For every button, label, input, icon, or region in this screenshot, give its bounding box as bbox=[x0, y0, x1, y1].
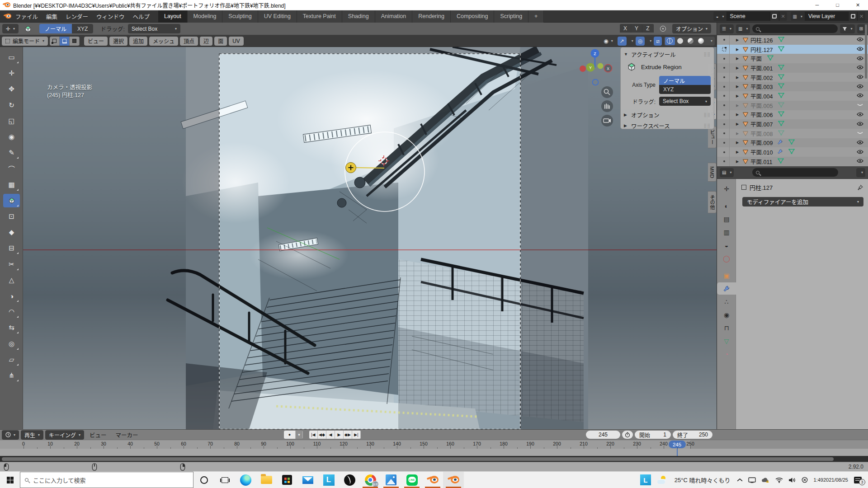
mirror-z-toggle[interactable]: Z bbox=[642, 24, 654, 33]
properties-tab-view-layer[interactable]: ▥ bbox=[717, 226, 736, 238]
outliner-search[interactable] bbox=[752, 24, 837, 33]
visibility-eye-icon[interactable] bbox=[857, 56, 863, 62]
tool-inset-faces[interactable]: ⊡ bbox=[3, 210, 20, 223]
new-collection-button[interactable]: ⊞ bbox=[857, 24, 865, 33]
outliner-filter-mode[interactable]: ▥▾ bbox=[736, 24, 750, 33]
taskbar-app-blender-active[interactable] bbox=[443, 472, 464, 488]
timeline-track[interactable] bbox=[0, 449, 868, 456]
outliner-item[interactable]: ▶平面.005 bbox=[717, 101, 868, 110]
auto-key-dropdown[interactable]: ▾ bbox=[296, 431, 303, 439]
menu-レンダー[interactable]: レンダー bbox=[61, 10, 92, 23]
tool-knife[interactable]: ✂ bbox=[3, 258, 20, 271]
play-button[interactable]: ▶ bbox=[335, 431, 344, 439]
taskbar-app-blender[interactable] bbox=[422, 472, 443, 488]
current-frame-field[interactable]: 245 bbox=[586, 431, 620, 439]
viewport-menu-面[interactable]: 面 bbox=[214, 37, 227, 46]
tool-loop-cut[interactable]: ⊟ bbox=[3, 241, 20, 255]
taskbar-app-lapp[interactable]: L bbox=[318, 472, 339, 488]
tool-spin[interactable]: ◑ bbox=[3, 289, 20, 303]
auto-key-button[interactable]: ● bbox=[284, 431, 296, 439]
outliner-item[interactable]: ▶平面.008 bbox=[717, 129, 868, 138]
taskbar-app-store[interactable] bbox=[277, 472, 297, 488]
timeline-scroll-thumb[interactable] bbox=[2, 457, 834, 461]
visibility-eye-icon[interactable] bbox=[857, 74, 863, 80]
jump-end-button[interactable]: ▶| bbox=[352, 431, 361, 439]
workspace-tab-modeling[interactable]: Modeling bbox=[188, 10, 223, 23]
outliner-item[interactable]: ▶円柱.126 bbox=[717, 35, 868, 45]
visibility-eye-icon[interactable] bbox=[857, 84, 863, 90]
hide-eye-icon[interactable] bbox=[857, 102, 863, 108]
shading-rendered-button[interactable] bbox=[696, 37, 706, 45]
weather-icon[interactable] bbox=[654, 472, 671, 488]
options-dropdown[interactable]: オプション▾ bbox=[672, 24, 711, 33]
add-modifier-button[interactable]: モディファイアーを追加▾ bbox=[742, 197, 863, 206]
use-preview-range-button[interactable] bbox=[622, 431, 633, 439]
playback-menu[interactable]: 再生▾ bbox=[21, 430, 43, 440]
timeline-view-menu[interactable]: ビュー bbox=[86, 431, 110, 439]
tool-select-box[interactable]: ▭ bbox=[3, 51, 20, 64]
tool-edge-slide[interactable]: ⇆ bbox=[3, 321, 20, 334]
panel-header[interactable]: ▼ アクティブツール ⣿⣿ bbox=[624, 50, 711, 59]
workspace-section[interactable]: ▶ワークスペース⣿⣿ bbox=[624, 121, 711, 130]
outliner-item[interactable]: ▶平面.009 bbox=[717, 138, 868, 148]
workspace-tab-uv-editing[interactable]: UV Editing bbox=[258, 10, 297, 23]
visibility-eye-icon[interactable] bbox=[857, 37, 863, 43]
orientation-xyz[interactable]: XYZ bbox=[72, 24, 93, 33]
taskbar-app-xbox[interactable] bbox=[339, 472, 360, 488]
mirror-y-toggle[interactable]: Y bbox=[631, 24, 642, 33]
tool-shrink-flatten[interactable]: ◎ bbox=[3, 337, 20, 351]
xray-toggle[interactable]: ⧄ bbox=[654, 37, 662, 46]
visibility-eye-icon[interactable] bbox=[857, 140, 863, 146]
tool-measure[interactable]: ⌒ bbox=[3, 162, 20, 175]
workspace-tab-scripting[interactable]: Scripting bbox=[494, 10, 528, 23]
outliner-item[interactable]: ▶平面.010 bbox=[717, 147, 868, 157]
outliner-item[interactable]: ▶平面.007 bbox=[717, 119, 868, 129]
taskbar-app-chrome[interactable]: 鈴木 bbox=[360, 472, 381, 488]
hide-eye-icon[interactable] bbox=[857, 130, 863, 136]
outliner-scrollbar[interactable] bbox=[865, 24, 867, 79]
viewport-menu-UV[interactable]: UV bbox=[229, 37, 244, 46]
playhead-line[interactable] bbox=[677, 449, 678, 456]
proportional-editing-icon[interactable] bbox=[660, 26, 666, 32]
edge-select-button[interactable] bbox=[60, 37, 70, 46]
properties-tab-scene[interactable]: ◒ bbox=[717, 239, 736, 251]
visibility-eye-icon[interactable] bbox=[857, 46, 863, 52]
keying-menu[interactable]: キーイング▾ bbox=[45, 430, 84, 440]
shading-material-button[interactable] bbox=[686, 37, 696, 45]
viewport-menu-辺[interactable]: 辺 bbox=[200, 37, 212, 46]
drag-mode-select[interactable]: Select Box▾ bbox=[128, 24, 180, 33]
scene-unlink-button[interactable]: ✕ bbox=[779, 12, 787, 21]
orientation-normal[interactable]: ノーマル bbox=[39, 24, 72, 33]
tool-extrude-region[interactable] bbox=[3, 194, 20, 207]
npanel-tab-MMD[interactable]: MMD bbox=[708, 163, 717, 182]
axis-type-xyz[interactable]: XYZ bbox=[659, 85, 711, 94]
maximize-button[interactable]: □ bbox=[827, 0, 848, 10]
taskbar-app-mail[interactable] bbox=[297, 472, 318, 488]
options-section[interactable]: ▶オプション⣿⣿ bbox=[624, 110, 711, 119]
tool-poly-build[interactable]: △ bbox=[3, 273, 20, 287]
properties-tab-render[interactable]: ◐ bbox=[717, 200, 736, 212]
visibility-eye-icon[interactable] bbox=[857, 112, 863, 118]
outliner-item[interactable]: ▶平面.001 bbox=[717, 63, 868, 73]
timeline-marker-menu[interactable]: マーカー bbox=[112, 431, 142, 439]
menu-ヘルプ[interactable]: ヘルプ bbox=[129, 10, 154, 23]
outliner-filter-button[interactable]: ▾ bbox=[840, 24, 855, 33]
workspace-tab-texture-paint[interactable]: Texture Paint bbox=[297, 10, 342, 23]
properties-tab-world[interactable]: ◯ bbox=[717, 252, 736, 264]
properties-editor-type[interactable]: ▤▾ bbox=[720, 168, 734, 177]
outliner-item[interactable]: ▶平面.003 bbox=[717, 82, 868, 91]
tool-rip-region[interactable]: ⋔ bbox=[3, 369, 20, 382]
taskbar-clock[interactable]: 1:49 2021/08/25 bbox=[811, 472, 851, 488]
viewport-menu-頂点[interactable]: 頂点 bbox=[180, 37, 198, 46]
properties-tab-modifiers[interactable] bbox=[717, 282, 736, 295]
face-select-button[interactable] bbox=[70, 37, 80, 46]
properties-search[interactable] bbox=[752, 168, 838, 177]
task-view-button[interactable] bbox=[214, 472, 235, 488]
start-button[interactable] bbox=[0, 472, 20, 488]
workspace-tab-layout[interactable]: Layout bbox=[158, 10, 188, 23]
view-layer-icon[interactable]: ▥▾ bbox=[791, 12, 805, 21]
onedrive-icon[interactable] bbox=[761, 477, 770, 483]
tool-rotate[interactable]: ↻ bbox=[3, 99, 20, 112]
view-layer-copy-button[interactable] bbox=[848, 12, 857, 21]
view-layer-unlink-button[interactable]: ✕ bbox=[857, 12, 865, 21]
